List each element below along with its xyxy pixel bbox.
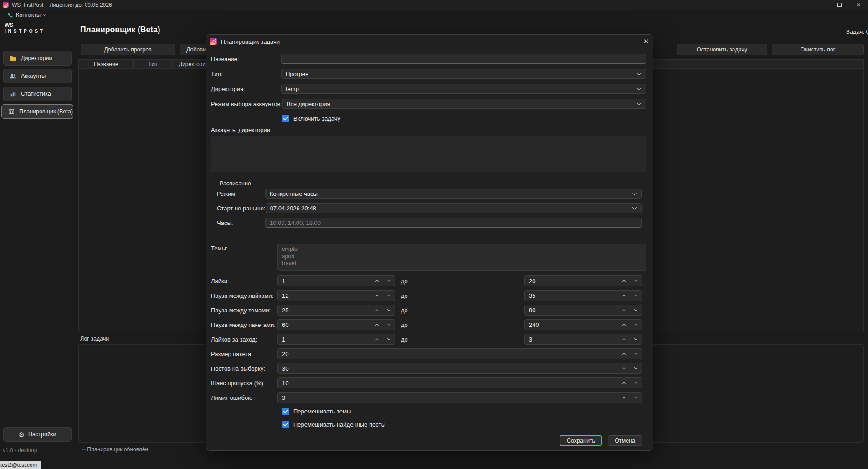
sidebar-item-directories[interactable]: Директории <box>3 51 72 66</box>
spinner-down-button[interactable] <box>630 276 642 286</box>
chevron-down-icon <box>634 279 637 282</box>
schedule-start-dropdown[interactable]: 07.04.2026 20:48 <box>266 203 642 213</box>
enable-task-label: Включить задачу <box>293 115 340 122</box>
spinner-down-button[interactable] <box>383 334 395 344</box>
directory-dropdown[interactable]: temp <box>281 84 646 94</box>
chevron-up-icon <box>622 382 625 385</box>
spinner-down-button[interactable] <box>630 393 642 403</box>
spinner-value: 90 <box>525 307 618 314</box>
maximize-button[interactable] <box>830 0 849 10</box>
chevron-up-icon <box>622 309 625 312</box>
topics-label: Темы: <box>211 244 277 271</box>
column-header-name[interactable]: Название <box>79 60 134 68</box>
chevron-down-icon <box>637 71 642 76</box>
task-log-label: Лог задачи <box>80 336 109 342</box>
spinner-down-button[interactable] <box>630 363 642 373</box>
spinner-up-button[interactable] <box>618 276 630 286</box>
chevron-down-icon <box>634 395 637 398</box>
likes-from-spinner[interactable]: 1 <box>277 275 395 286</box>
chevron-down-icon <box>387 293 390 296</box>
close-button[interactable]: ✕ <box>849 0 868 10</box>
type-dropdown[interactable]: Прогрев <box>281 69 646 79</box>
name-label: Название: <box>211 56 281 62</box>
likes-to-spinner[interactable]: 20 <box>524 275 642 286</box>
column-header-type[interactable]: Тип <box>134 60 173 68</box>
window-title: WS_InstPost – Лицензия до: 09.05.2026 <box>12 2 112 8</box>
sidebar-item-scheduler[interactable]: Планировщик (Beta) <box>1 104 73 119</box>
like-pause-to-spinner[interactable]: 35 <box>524 290 642 301</box>
spinner-down-button[interactable] <box>630 349 642 359</box>
dialog-close-button[interactable]: ✕ <box>639 35 653 48</box>
maximize-icon <box>837 3 842 7</box>
spinner-down-button[interactable] <box>630 291 642 301</box>
name-input[interactable] <box>281 54 646 64</box>
spinner-up-button[interactable] <box>618 378 630 388</box>
spinner-up-button[interactable] <box>618 291 630 301</box>
spinner-up-button[interactable] <box>618 349 630 359</box>
spinner-up-button[interactable] <box>371 305 383 315</box>
spinner-down-button[interactable] <box>630 334 642 344</box>
account-mode-dropdown[interactable]: Вся директория <box>282 99 646 109</box>
skip-chance-spinner[interactable]: 10 <box>277 377 642 388</box>
spinner-down-button[interactable] <box>383 276 395 286</box>
spinner-up-button[interactable] <box>371 334 383 344</box>
minimize-button[interactable]: – <box>811 0 830 10</box>
error-limit-spinner[interactable]: 3 <box>277 392 642 403</box>
spinner-up-button[interactable] <box>618 363 630 373</box>
chevron-up-icon <box>375 280 378 283</box>
spinner-up-button[interactable] <box>371 320 383 330</box>
like-pause-from-spinner[interactable]: 12 <box>277 290 395 301</box>
likes-per-visit-from-spinner[interactable]: 1 <box>277 334 395 345</box>
shuffle-posts-row: Перемешивать найденные посты <box>282 420 646 429</box>
spinner-up-button[interactable] <box>371 276 383 286</box>
spinner-down-button[interactable] <box>630 378 642 388</box>
spinner-up-button[interactable] <box>618 305 630 315</box>
batch-pause-from-spinner[interactable]: 60 <box>277 319 395 330</box>
chevron-down-icon <box>634 337 637 340</box>
directory-accounts-listbox[interactable] <box>211 136 646 172</box>
settings-button[interactable]: ⚙ Настройки <box>3 427 72 442</box>
spinner-down-button[interactable] <box>383 320 395 330</box>
topics-textarea[interactable]: crypto sport travel <box>277 244 646 271</box>
batch-pause-to-spinner[interactable]: 240 <box>524 319 642 330</box>
spinner-down-button[interactable] <box>630 320 642 330</box>
page-title: Планировщик (Beta) <box>80 25 160 35</box>
spinner-up-button[interactable] <box>618 320 630 330</box>
sidebar-item-label: Директории <box>21 55 52 61</box>
likes-per-visit-to-spinner[interactable]: 3 <box>524 334 642 345</box>
contacts-menu-button[interactable]: Контакты <box>4 11 49 19</box>
chevron-up-icon <box>375 309 378 312</box>
shuffle-topics-checkbox[interactable] <box>282 408 289 415</box>
shuffle-posts-checkbox[interactable] <box>282 421 289 428</box>
menu-bar: Контакты <box>0 10 868 20</box>
batch-size-spinner[interactable]: 20 <box>277 348 642 359</box>
posts-sample-spinner[interactable]: 30 <box>277 363 642 374</box>
cancel-button[interactable]: Отмена <box>608 435 642 446</box>
spinner-up-button[interactable] <box>618 334 630 344</box>
clear-log-button[interactable]: Очистить лог <box>772 44 864 55</box>
spinner-up-button[interactable] <box>618 393 630 403</box>
sidebar-item-statistics[interactable]: Статистика <box>3 87 72 101</box>
field-label: Постов на выборку: <box>211 365 277 372</box>
schedule-mode-dropdown[interactable]: Конкретные часы <box>265 189 642 199</box>
add-warmup-button[interactable]: Добавить прогрев <box>81 44 175 55</box>
chevron-down-icon <box>634 352 637 355</box>
users-icon <box>10 73 16 79</box>
topic-pause-to-spinner[interactable]: 90 <box>524 305 642 316</box>
sidebar-item-accounts[interactable]: Аккаунты <box>3 69 72 83</box>
window-titlebar: WS_InstPost – Лицензия до: 09.05.2026 – … <box>0 0 868 10</box>
spinner-down-button[interactable] <box>630 305 642 315</box>
stop-task-button[interactable]: Остановить задачу <box>677 44 767 55</box>
accounts-list-label: Аккаунты директории <box>211 127 646 134</box>
type-label: Тип: <box>211 71 281 77</box>
to-label: до <box>401 321 408 328</box>
spinner-down-button[interactable] <box>383 305 395 315</box>
enable-task-checkbox[interactable] <box>282 115 289 122</box>
topic-pause-from-spinner[interactable]: 25 <box>277 305 395 316</box>
spinner-up-button[interactable] <box>371 291 383 301</box>
schedule-hours-input[interactable] <box>265 218 642 228</box>
spinner-down-button[interactable] <box>383 291 395 301</box>
save-button[interactable]: Сохранить <box>560 435 602 446</box>
shuffle-topics-label: Перемешивать темы <box>293 408 351 415</box>
sidebar-item-label: Статистика <box>21 91 51 97</box>
